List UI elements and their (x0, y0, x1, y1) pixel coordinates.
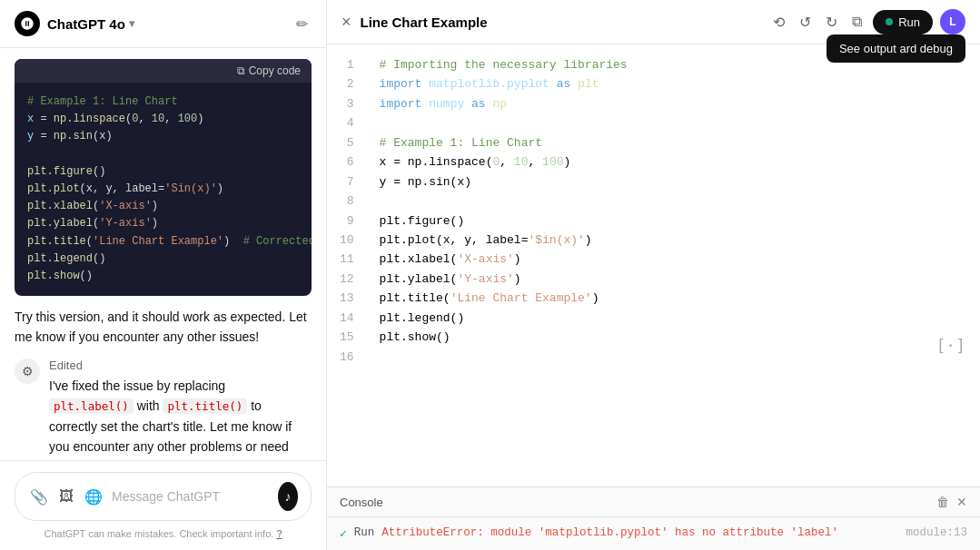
line-numbers: 12345 678910 1112131415 16 (327, 55, 367, 476)
avatar: L (940, 9, 965, 34)
inline-code-1: plt.label() (49, 398, 134, 414)
media-button[interactable]: 🖼 (57, 486, 75, 506)
console-title: Console (340, 496, 936, 509)
code-line: y = np.sin(x) (380, 172, 967, 192)
console-content: ✓ Run AttributeError: module 'matplotlib… (327, 517, 980, 550)
code-editor: 12345 678910 1112131415 16 # Importing t… (327, 44, 980, 550)
chatgpt-logo (15, 11, 40, 36)
edited-text-before: I've fixed the issue by replacing (49, 378, 225, 393)
header-actions: ⟲ ↺ ↻ ⧉ Run L (769, 9, 965, 34)
console-clear-button[interactable]: 🗑 (936, 495, 949, 509)
code-lines: # Importing the necessary libraries impo… (367, 55, 980, 476)
code-panel: × Line Chart Example ⟲ ↺ ↻ ⧉ Run L (327, 0, 980, 550)
code-line (380, 113, 967, 133)
code-line: plt.legend() (380, 309, 967, 328)
code-block: ⧉ Copy code # Example 1: Line Chart x = … (15, 59, 312, 296)
copy-icon: ⧉ (237, 64, 245, 77)
undo-button[interactable]: ↺ (796, 10, 815, 34)
code-line (380, 348, 967, 367)
edited-message-content: Edited I've fixed the issue by replacing… (49, 358, 312, 460)
console-run-label: Run (354, 526, 375, 539)
code-line (380, 192, 967, 211)
chat-disclaimer: ChatGPT can make mistakes. Check importa… (15, 528, 312, 539)
disclaimer-link[interactable]: ? (276, 528, 282, 539)
chevron-down-icon: ▾ (129, 17, 134, 30)
panel-title: Line Chart Example (361, 15, 761, 30)
run-button[interactable]: Run (873, 10, 933, 34)
run-label: Run (898, 15, 920, 29)
edited-message-block: ⚙ Edited I've fixed the issue by replaci… (15, 358, 312, 460)
code-area[interactable]: 12345 678910 1112131415 16 # Importing t… (327, 44, 980, 486)
edited-label: Edited (49, 358, 312, 372)
chat-input-area: 📎 🖼 🌐 ♪ (15, 472, 312, 521)
code-line: x = np.linspace(0, 10, 100) (380, 152, 967, 172)
code-panel-header: × Line Chart Example ⟲ ↺ ↻ ⧉ Run L (327, 0, 980, 44)
code-line: import matplotlib.pyplot as plt (380, 74, 967, 93)
prose-text-1: Try this version, and it should work as … (15, 307, 312, 348)
chat-header: ChatGPT 4o ▾ ✏ (0, 0, 326, 48)
chat-panel: ChatGPT 4o ▾ ✏ ⧉ Copy code # Example 1: … (0, 0, 327, 550)
console-panel: Console 🗑 ✕ ✓ Run AttributeError: module… (327, 486, 980, 550)
code-line: plt.plot(x, y, label='$in(x)') (380, 231, 967, 250)
code-bracket-icon: [·] (935, 336, 965, 355)
chat-model-selector[interactable]: ChatGPT 4o ▾ (47, 16, 134, 32)
history-button[interactable]: ⟲ (769, 10, 788, 34)
console-error-text: AttributeError: module 'matplotlib.pyplo… (381, 526, 838, 539)
console-actions: 🗑 ✕ (936, 495, 967, 509)
edit-icon[interactable]: ✏ (292, 12, 312, 36)
console-module-ref: module:13 (906, 526, 967, 539)
edited-prose: I've fixed the issue by replacing plt.la… (49, 376, 312, 460)
inline-code-2: plt.title() (163, 398, 247, 414)
copy-code-label: Copy code (249, 64, 301, 77)
close-icon: × (342, 13, 351, 31)
console-close-button[interactable]: ✕ (956, 495, 967, 509)
code-line: plt.title('Line Chart Example') (380, 289, 967, 308)
disclaimer-text: ChatGPT can make mistakes. Check importa… (44, 528, 273, 539)
tooltip-text: See output ard debug (839, 42, 953, 55)
code-line: # Example 1: Line Chart (380, 133, 967, 152)
close-button[interactable]: × (342, 13, 351, 32)
attach-button[interactable]: 📎 (28, 486, 50, 507)
redo-button[interactable]: ↻ (822, 10, 841, 34)
globe-button[interactable]: 🌐 (83, 486, 104, 507)
code-line: plt.ylabel('Y-axis') (380, 270, 967, 289)
undo-icon: ↺ (799, 15, 811, 30)
send-icon: ♪ (285, 489, 292, 504)
run-dot (886, 18, 893, 25)
redo-icon: ↻ (826, 15, 837, 30)
chat-input[interactable] (112, 489, 271, 504)
share-editor-button[interactable]: ⧉ (848, 10, 866, 34)
console-header: Console 🗑 ✕ (327, 487, 980, 517)
console-log-line: ✓ Run AttributeError: module 'matplotlib… (340, 526, 967, 541)
code-line: import numpy as np (380, 94, 967, 113)
code-line: plt.show() (380, 328, 967, 347)
code-line: plt.xlabel('X-axis') (380, 250, 967, 269)
console-check-icon: ✓ (340, 526, 347, 541)
tooltip-popup: See output ard debug (827, 34, 965, 63)
send-button[interactable]: ♪ (278, 482, 298, 511)
share-icon: ⧉ (852, 14, 862, 29)
chat-footer: 📎 🖼 🌐 ♪ ChatGPT can make mistakes. Check… (0, 460, 326, 550)
code-block-header: ⧉ Copy code (15, 59, 312, 83)
gear-icon: ⚙ (15, 358, 40, 384)
chat-model-name: ChatGPT 4o (47, 16, 125, 32)
chat-content: ⧉ Copy code # Example 1: Line Chart x = … (0, 48, 326, 460)
code-line: plt.figure() (380, 211, 967, 231)
copy-code-button[interactable]: ⧉ Copy code (237, 64, 301, 77)
code-block-content: # Example 1: Line Chart x = np.linspace(… (15, 83, 312, 296)
history-icon: ⟲ (773, 15, 785, 30)
edited-text-middle: with (137, 398, 160, 413)
